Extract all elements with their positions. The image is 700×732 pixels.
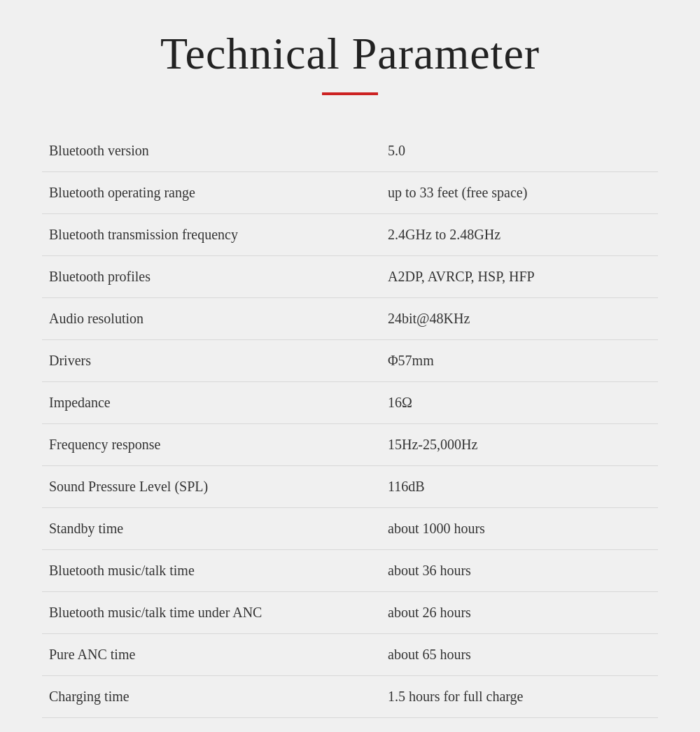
table-row: Charging time1.5 hours for full charge — [42, 676, 658, 718]
params-table: Bluetooth version5.0Bluetooth operating … — [42, 130, 658, 732]
title-section: Technical Parameter — [42, 28, 658, 95]
param-value: -10℃ to 50℃ only — [381, 718, 658, 733]
param-label: Standby time — [42, 508, 381, 550]
param-label: Drivers — [42, 340, 381, 382]
table-row: Bluetooth music/talk time under ANCabout… — [42, 592, 658, 634]
param-value: up to 33 feet (free space) — [381, 172, 658, 214]
table-row: Operating temperature range-10℃ to 50℃ o… — [42, 718, 658, 733]
param-label: Charging time — [42, 676, 381, 718]
param-label: Bluetooth operating range — [42, 172, 381, 214]
table-row: Pure ANC timeabout 65 hours — [42, 634, 658, 676]
table-row: Bluetooth music/talk timeabout 36 hours — [42, 550, 658, 592]
param-label: Bluetooth profiles — [42, 256, 381, 298]
table-row: Bluetooth transmission frequency2.4GHz t… — [42, 214, 658, 256]
param-label: Pure ANC time — [42, 634, 381, 676]
param-value: 2.4GHz to 2.48GHz — [381, 214, 658, 256]
table-row: Bluetooth version5.0 — [42, 130, 658, 172]
param-label: Bluetooth music/talk time under ANC — [42, 592, 381, 634]
page-title: Technical Parameter — [42, 28, 658, 80]
table-row: DriversΦ57mm — [42, 340, 658, 382]
param-value: 1.5 hours for full charge — [381, 676, 658, 718]
param-label: Sound Pressure Level (SPL) — [42, 466, 381, 508]
param-label: Bluetooth version — [42, 130, 381, 172]
table-row: Impedance16Ω — [42, 382, 658, 424]
table-row: Bluetooth operating rangeup to 33 feet (… — [42, 172, 658, 214]
page-container: Technical Parameter Bluetooth version5.0… — [0, 0, 700, 732]
table-row: Frequency response15Hz-25,000Hz — [42, 424, 658, 466]
param-label: Bluetooth transmission frequency — [42, 214, 381, 256]
param-label: Operating temperature range — [42, 718, 381, 733]
param-value: Φ57mm — [381, 340, 658, 382]
table-row: Bluetooth profilesA2DP, AVRCP, HSP, HFP — [42, 256, 658, 298]
param-label: Audio resolution — [42, 298, 381, 340]
param-value: 24bit@48KHz — [381, 298, 658, 340]
param-value: 116dB — [381, 466, 658, 508]
param-value: about 36 hours — [381, 550, 658, 592]
title-underline — [322, 92, 378, 95]
param-value: 5.0 — [381, 130, 658, 172]
param-value: 15Hz-25,000Hz — [381, 424, 658, 466]
param-label: Bluetooth music/talk time — [42, 550, 381, 592]
param-value: A2DP, AVRCP, HSP, HFP — [381, 256, 658, 298]
param-label: Impedance — [42, 382, 381, 424]
table-row: Standby timeabout 1000 hours — [42, 508, 658, 550]
table-row: Audio resolution24bit@48KHz — [42, 298, 658, 340]
param-value: about 1000 hours — [381, 508, 658, 550]
param-label: Frequency response — [42, 424, 381, 466]
param-value: about 26 hours — [381, 592, 658, 634]
table-row: Sound Pressure Level (SPL)116dB — [42, 466, 658, 508]
param-value: 16Ω — [381, 382, 658, 424]
param-value: about 65 hours — [381, 634, 658, 676]
